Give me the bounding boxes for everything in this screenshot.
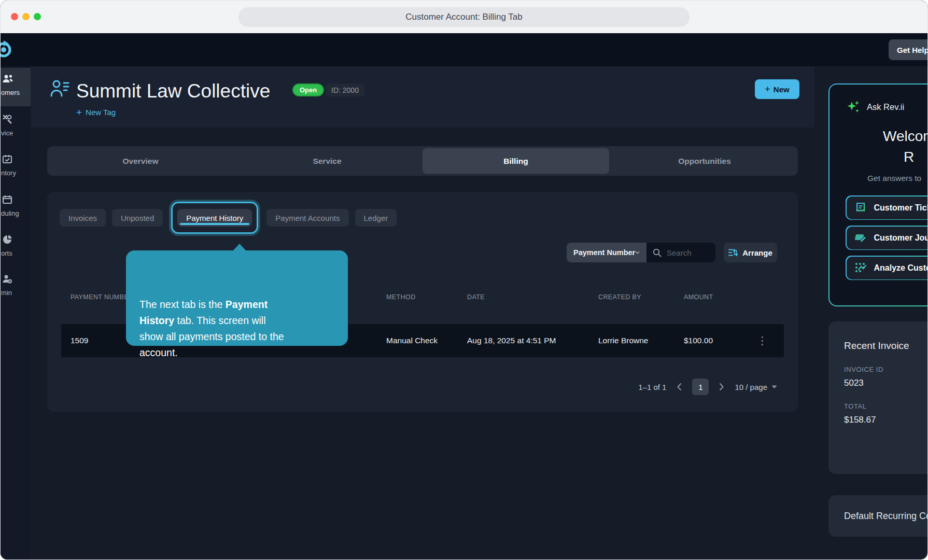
column-header-method: METHOD — [386, 293, 467, 301]
ask-assistant-header: Ask Rev.ii — [847, 100, 904, 114]
plus-icon: + — [76, 108, 82, 116]
next-page-icon[interactable] — [719, 383, 724, 391]
arrange-button[interactable]: Arrange — [724, 243, 777, 262]
tab-overview[interactable]: Overview — [47, 146, 234, 176]
subtab-payment-history[interactable]: Payment History — [177, 209, 252, 227]
customer-profile-icon — [50, 79, 71, 100]
search-icon — [653, 248, 662, 257]
ask-welcome-heading-line2: R — [904, 149, 914, 165]
recent-invoice-card: Recent Invoice INVOICE ID 5023 TOTAL $15… — [828, 321, 928, 474]
pagination: 1–1 of 1 1 10 / page — [638, 377, 777, 396]
new-tag-label: New Tag — [86, 108, 116, 117]
status-badge: Open — [292, 83, 324, 96]
sidebar-item-label: ntory — [1, 169, 16, 177]
current-page-button[interactable]: 1 — [692, 379, 709, 395]
sidebar-item-reports[interactable]: orts — [1, 229, 31, 267]
sidebar-item-label: orts — [1, 249, 12, 257]
tab-billing[interactable]: Billing — [423, 148, 609, 174]
inventory-box-icon — [2, 154, 12, 166]
active-subtab-underline — [180, 223, 249, 225]
new-button[interactable]: + New — [755, 79, 799, 99]
calendar-icon — [2, 194, 12, 207]
journey-pen-icon — [854, 232, 867, 244]
ask-assistant-panel: Ask Rev.ii Welcom R Get answers to Custo… — [828, 83, 928, 306]
subtab-unposted[interactable]: Unposted — [112, 209, 163, 227]
analyze-customer-label: Analyze Custo — [874, 263, 928, 273]
column-header-date: DATE — [467, 293, 598, 301]
recent-invoice-title: Recent Invoice — [844, 340, 928, 352]
app-window: Customer Account: Billing Tab Get Help o… — [0, 0, 928, 560]
arrange-label: Arrange — [742, 248, 772, 257]
pie-chart-icon — [2, 234, 12, 247]
page-size-label: 10 / page — [735, 383, 767, 391]
walkthrough-tooltip: The next tab is the Payment History tab.… — [126, 250, 348, 346]
tab-service[interactable]: Service — [234, 146, 420, 176]
invoice-id-value: 5023 — [844, 378, 928, 388]
get-help-button[interactable]: Get Help — [889, 39, 928, 60]
created-by-cell: Lorrie Browne — [598, 336, 684, 345]
customer-tickets-button[interactable]: Customer Ticke — [846, 195, 928, 220]
table-toolbar: Payment Number Arrange — [567, 243, 777, 262]
column-header-amount: AMOUNT — [684, 293, 741, 301]
account-tabbar: Overview Service Billing Opportunities — [47, 146, 798, 176]
sidebar-item-inventory[interactable]: ntory — [1, 148, 31, 187]
invoice-total-label: TOTAL — [844, 402, 928, 410]
sidebar-nav: omers vice ntory duling orts — [1, 66, 31, 559]
subtab-payment-accounts[interactable]: Payment Accounts — [266, 209, 348, 227]
row-actions-kebab-icon[interactable]: ⋮ — [757, 338, 768, 343]
plus-icon: + — [765, 84, 770, 95]
close-window-icon[interactable] — [11, 13, 18, 20]
arrange-sort-icon — [728, 248, 738, 257]
customers-icon — [2, 74, 13, 86]
subtab-label: Payment History — [186, 214, 243, 222]
subtab-invoices[interactable]: Invoices — [60, 209, 106, 227]
pagination-range: 1–1 of 1 — [638, 383, 666, 391]
amount-cell: $100.00 — [684, 336, 741, 345]
ask-assistant-title: Ask Rev.ii — [867, 102, 904, 112]
sidebar-item-scheduling[interactable]: duling — [1, 189, 31, 227]
sidebar-item-customers[interactable]: omers — [1, 68, 31, 106]
sidebar-item-label: omers — [1, 89, 20, 96]
admin-user-gear-icon — [2, 274, 12, 286]
method-cell: Manual Check — [386, 336, 467, 345]
ask-assistant-panel-inner: Ask Rev.ii Welcom R Get answers to Custo… — [829, 85, 928, 305]
customer-tickets-label: Customer Ticke — [874, 203, 928, 213]
sparkles-icon — [847, 100, 861, 114]
search-input[interactable] — [666, 248, 709, 258]
sidebar-item-label: duling — [1, 209, 19, 217]
previous-page-icon[interactable] — [677, 383, 682, 391]
page-size-dropdown[interactable]: 10 / page — [735, 383, 777, 391]
analyze-customer-button[interactable]: Analyze Custo — [846, 256, 928, 280]
default-recurring-label: Default Recurring Co — [844, 511, 928, 522]
window-title: Customer Account: Billing Tab — [238, 7, 690, 27]
customer-id-badge: ID: 2000 — [326, 83, 364, 96]
customer-journey-label: Customer Jou — [874, 233, 928, 243]
default-recurring-card[interactable]: Default Recurring Co — [828, 495, 928, 537]
ticket-icon — [854, 202, 867, 214]
window-titlebar: Customer Account: Billing Tab — [1, 1, 927, 33]
minimize-window-icon[interactable] — [22, 13, 30, 20]
filter-field-dropdown[interactable]: Payment Number — [567, 243, 646, 262]
invoice-total-value: $158.67 — [844, 415, 928, 425]
maximize-window-icon[interactable] — [34, 13, 41, 20]
top-navbar: Get Help — [1, 33, 927, 66]
sidebar-item-service[interactable]: vice — [1, 108, 31, 147]
sidebar-item-label: vice — [1, 129, 13, 137]
tab-opportunities[interactable]: Opportunities — [611, 146, 798, 176]
billing-subtabs: Invoices Unposted Payment History Paymen… — [60, 198, 397, 237]
sidebar-item-label: min — [1, 289, 12, 297]
filter-field-label: Payment Number — [573, 248, 635, 257]
date-cell: Aug 18, 2025 at 4:51 PM — [467, 336, 598, 345]
sidebar-item-admin[interactable]: min — [1, 268, 31, 306]
search-box — [646, 243, 715, 262]
tooltip-text: The next tab is the — [139, 299, 226, 310]
customer-journey-button[interactable]: Customer Jou — [846, 226, 928, 250]
subtab-ledger[interactable]: Ledger — [355, 209, 397, 227]
ask-welcome-heading-line1: Welcom — [883, 128, 928, 145]
ask-subtitle: Get answers to — [867, 174, 921, 183]
analyze-dots-icon — [854, 262, 867, 274]
new-tag-button[interactable]: + New Tag — [76, 108, 116, 117]
service-tools-icon — [2, 114, 12, 127]
new-button-label: New — [774, 85, 790, 94]
walkthrough-highlight-box: Payment History — [171, 202, 258, 234]
